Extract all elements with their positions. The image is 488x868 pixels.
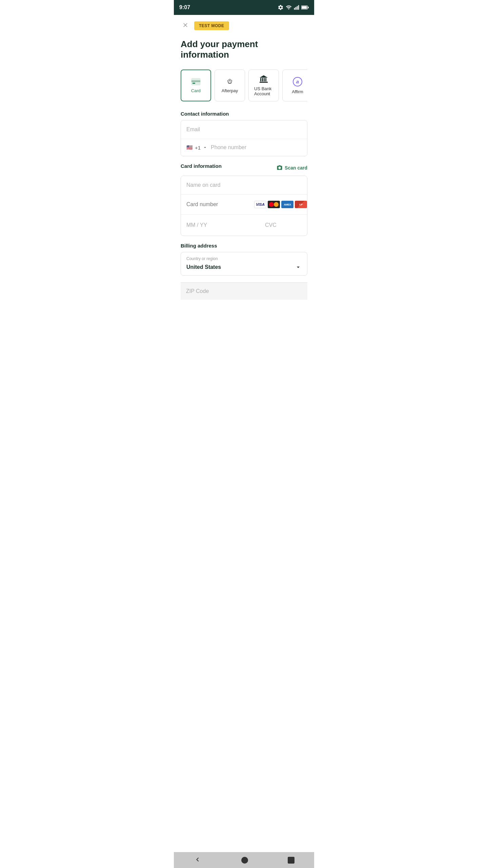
header-row: TEST MODE [181, 20, 307, 31]
zip-placeholder: ZIP Code [186, 288, 209, 294]
payment-tabs: Card Afterpay US Bank Account [181, 70, 307, 101]
visa-icon: VISA [254, 201, 266, 208]
bank-icon [259, 75, 268, 83]
mastercard-icon [268, 201, 280, 208]
chevron-down-icon [203, 145, 207, 150]
scan-card-label: Scan card [285, 165, 307, 171]
amex-icon: AMEX [281, 201, 293, 208]
back-button[interactable] [194, 855, 202, 865]
card-section-label: Card information [181, 163, 222, 169]
card-input-group: VISA AMEX UP 135 [181, 176, 307, 236]
phone-country-code: +1 [195, 145, 201, 151]
phone-row: 🇺🇸 +1 [181, 139, 307, 156]
svg-rect-2 [297, 6, 298, 10]
svg-rect-14 [265, 78, 266, 81]
svg-rect-3 [298, 5, 299, 9]
signal-icon [294, 4, 299, 11]
bottom-nav-bar [174, 852, 314, 868]
tab-card[interactable]: Card [181, 70, 211, 101]
billing-section-label: Billing address [181, 243, 307, 249]
svg-rect-12 [262, 78, 263, 81]
svg-rect-6 [308, 6, 309, 8]
page-title: Add your payment information [181, 39, 307, 60]
test-mode-badge: TEST MODE [194, 21, 229, 30]
affirm-circle-icon: a [293, 77, 302, 86]
status-icons [278, 4, 309, 11]
tab-afterpay[interactable]: Afterpay [215, 70, 245, 101]
home-button[interactable] [241, 857, 248, 864]
country-select[interactable]: Country or region United States [181, 252, 307, 276]
unionpay-icon: UP [295, 201, 307, 208]
tab-us-bank[interactable]: US Bank Account [248, 70, 279, 101]
home-nav-icon [241, 857, 248, 864]
country-label: Country or region [181, 252, 307, 262]
main-content: TEST MODE Add your payment information C… [174, 15, 314, 305]
recents-nav-icon [288, 857, 294, 864]
tab-card-label: Card [191, 88, 201, 93]
card-cvc-container: 135 [260, 215, 307, 236]
country-value: United States [186, 264, 221, 270]
svg-rect-9 [192, 83, 195, 84]
billing-section: Billing address Country or region United… [181, 243, 307, 276]
phone-prefix-selector[interactable]: 🇺🇸 +1 [186, 144, 207, 151]
country-value-row: United States [181, 262, 307, 275]
tab-us-bank-label: US Bank Account [254, 86, 273, 96]
card-cvc-input[interactable] [265, 222, 307, 228]
svg-rect-15 [260, 82, 268, 83]
card-bottom-row: 135 [181, 215, 307, 236]
card-info-header: Card information Scan card [181, 163, 307, 172]
recents-button[interactable] [288, 857, 294, 864]
us-flag: 🇺🇸 [186, 144, 193, 151]
status-time: 9:07 [179, 4, 190, 11]
chevron-down-icon [295, 264, 302, 271]
afterpay-icon [225, 78, 235, 85]
tab-afterpay-label: Afterpay [222, 88, 238, 93]
card-brand-icons: VISA AMEX UP [254, 201, 307, 208]
contact-section-label: Contact information [181, 111, 307, 117]
tab-affirm[interactable]: a Affirm [282, 70, 307, 101]
svg-rect-5 [302, 6, 307, 9]
tab-affirm-label: Affirm [292, 89, 303, 94]
camera-icon [277, 165, 283, 171]
card-number-row: VISA AMEX UP [181, 195, 307, 215]
name-on-card-input[interactable] [181, 176, 307, 195]
card-expiry-input[interactable] [181, 215, 260, 236]
svg-marker-10 [260, 75, 268, 78]
card-icon [191, 78, 201, 85]
card-number-input[interactable] [186, 201, 254, 208]
phone-input[interactable] [211, 144, 302, 151]
battery-icon [301, 5, 309, 10]
back-nav-icon [194, 855, 202, 864]
contact-input-group: 🇺🇸 +1 [181, 120, 307, 156]
status-bar: 9:07 [174, 0, 314, 15]
scan-card-button[interactable]: Scan card [277, 165, 307, 171]
zip-code-section: ZIP Code [181, 282, 307, 300]
gear-icon [278, 4, 284, 11]
svg-rect-11 [260, 78, 261, 81]
svg-rect-8 [191, 80, 200, 82]
svg-rect-0 [294, 8, 295, 9]
email-input[interactable] [181, 120, 307, 139]
close-button[interactable] [181, 20, 190, 31]
svg-rect-13 [264, 78, 265, 81]
svg-rect-1 [296, 7, 297, 10]
wifi-icon [286, 4, 292, 11]
